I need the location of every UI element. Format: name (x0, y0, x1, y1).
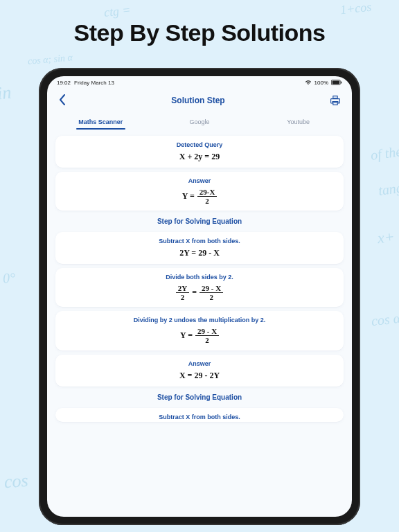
fraction: 29 - X 2 (195, 327, 219, 344)
status-time: 19:02 (57, 80, 71, 86)
nav-bar: Solution Step (47, 89, 352, 112)
fraction: 29 - X 2 (200, 284, 223, 301)
card-label: Answer (188, 360, 211, 367)
fraction-denominator: 2 (207, 293, 215, 301)
fraction-numerator: 2Y (176, 284, 189, 292)
detected-query-value: X + 2y = 29 (179, 152, 220, 162)
promo-headline: Step By Step Solutions (0, 19, 399, 46)
step-card-cut: Subtract X from both sides. (55, 408, 344, 422)
status-date: Friday March 13 (74, 80, 114, 86)
tablet-screen: 19:02 Friday March 13 100% Solution Step (47, 76, 352, 517)
steps-section-title: Step for Solving Equation (55, 215, 344, 228)
doodle-text: cos α (371, 310, 399, 329)
step-card: Subtract X from both sides. 2Y = 29 - X (55, 232, 344, 264)
doodle-text: 0° (2, 269, 16, 286)
final-answer-value: X = 29 - 2Y (179, 371, 220, 381)
fraction: 29-X 2 (197, 188, 218, 205)
tab-maths-scanner[interactable]: Maths Scanner (51, 114, 150, 130)
doodle-text: of the (370, 143, 399, 163)
step-hint: Dividing by 2 undoes the multiplication … (134, 317, 266, 323)
doodle-text: ctg = (103, 3, 132, 20)
doodle-text: 1+cos (339, 0, 372, 17)
battery-icon (331, 80, 342, 85)
equals-sign: = (192, 287, 197, 298)
step-card: Dividing by 2 undoes the multiplication … (55, 311, 344, 350)
page-title: Solution Step (171, 96, 224, 105)
doodle-text: cos α; sin α (27, 52, 73, 67)
fraction-denominator: 2 (203, 336, 211, 344)
doodle-text: sin (0, 82, 12, 105)
fraction-numerator: 29 - X (200, 284, 223, 292)
back-button[interactable] (58, 94, 66, 107)
doodle-text: x+ (377, 228, 396, 247)
svg-rect-2 (341, 81, 342, 83)
step-expression: Y = 29 - X 2 (180, 327, 219, 344)
steps-section-title: Step for Solving Equation (55, 391, 344, 404)
fraction: 2Y 2 (176, 284, 189, 301)
answer-lhs: Y = (182, 191, 195, 202)
card-label: Answer (188, 177, 211, 184)
card-label: Detected Query (177, 141, 223, 148)
step-lhs: Y = (180, 330, 193, 341)
print-button[interactable] (330, 95, 341, 106)
wifi-icon (305, 80, 312, 85)
step-expression: 2Y 2 = 29 - X 2 (176, 284, 223, 301)
doodle-text: cos (3, 470, 29, 493)
fraction-denominator: 2 (179, 293, 187, 301)
solution-content: Detected Query X + 2y = 29 Answer Y = 29… (47, 132, 352, 517)
step-hint: Subtract X from both sides. (159, 238, 240, 245)
status-bar: 19:02 Friday March 13 100% (47, 76, 352, 89)
status-battery-pct: 100% (314, 80, 328, 86)
answer-card: Answer X = 29 - 2Y (55, 355, 344, 387)
answer-expression: Y = 29-X 2 (182, 188, 218, 205)
fraction-denominator: 2 (203, 197, 211, 205)
step-card: Divide both sides by 2. 2Y 2 = 29 - X 2 (55, 268, 344, 307)
step-hint: Divide both sides by 2. (166, 274, 233, 281)
step-hint: Subtract X from both sides. (159, 414, 240, 420)
answer-card: Answer Y = 29-X 2 (55, 172, 344, 211)
fraction-numerator: 29-X (197, 188, 218, 196)
doodle-text: tangent (378, 177, 399, 199)
svg-rect-1 (332, 81, 339, 85)
tab-google[interactable]: Google (150, 114, 249, 130)
tab-youtube[interactable]: Youtube (249, 114, 348, 130)
tab-bar: Maths Scanner Google Youtube (47, 112, 352, 132)
tablet-frame: 19:02 Friday March 13 100% Solution Step (39, 68, 360, 525)
fraction-numerator: 29 - X (195, 327, 219, 335)
step-expression: 2Y = 29 - X (179, 248, 220, 258)
detected-query-card: Detected Query X + 2y = 29 (55, 136, 344, 168)
